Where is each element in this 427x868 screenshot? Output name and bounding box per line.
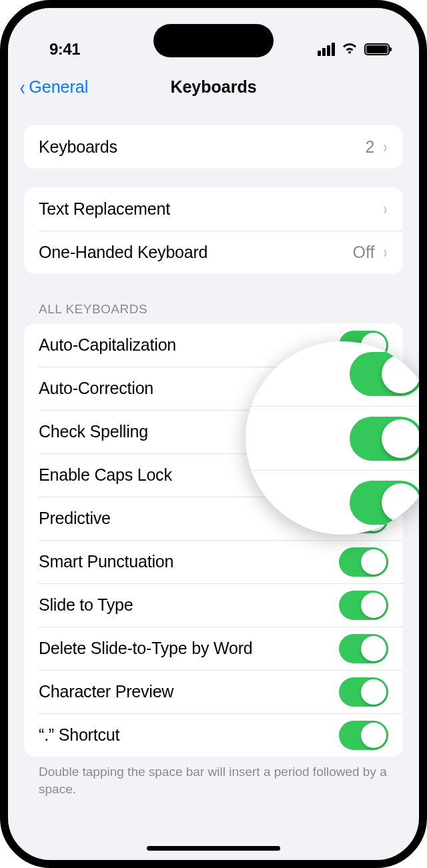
row-value: Off — [352, 243, 374, 262]
row-value: 2 — [365, 137, 374, 157]
row-text-replacement[interactable]: Text Replacement › — [24, 187, 403, 231]
row-slide-to-type: Slide to Type — [24, 583, 403, 627]
row-label: One-Handed Keyboard — [39, 243, 352, 262]
row-label: Slide to Type — [39, 595, 339, 615]
toggle-slide-to-type[interactable] — [339, 591, 388, 620]
chevron-left-icon: ‹ — [20, 74, 25, 100]
row-label: Auto-Capitalization — [39, 335, 339, 355]
chevron-right-icon: › — [384, 199, 388, 219]
chevron-right-icon: › — [384, 242, 388, 263]
toggle-smart-punctuation[interactable] — [339, 547, 388, 577]
row-label: Delete Slide-to-Type by Word — [39, 639, 339, 658]
row-keyboards-list[interactable]: Keyboards 2 › — [24, 125, 403, 169]
row-smart-punctuation: Smart Punctuation — [24, 540, 403, 583]
back-label: General — [29, 77, 88, 97]
row-label: Keyboards — [39, 137, 365, 157]
row-delete-slide-to-type-by-word: Delete Slide-to-Type by Word — [24, 627, 403, 670]
page-title: Keyboards — [170, 77, 256, 97]
magnifier-row — [246, 406, 419, 470]
row-label: Text Replacement — [39, 199, 382, 219]
group-footer-period-shortcut: Double tapping the space bar will insert… — [24, 757, 403, 797]
status-icons — [316, 40, 390, 59]
row-one-handed-keyboard[interactable]: One-Handed Keyboard Off › — [24, 231, 403, 274]
dynamic-island — [153, 24, 274, 57]
screen: 9:41 ‹ General Keyboards — [8, 8, 419, 860]
magnified-toggle-icon — [350, 417, 419, 461]
row-label: Character Preview — [39, 682, 339, 701]
group-keyboards: Keyboards 2 › — [24, 125, 403, 169]
toggle-delete-slide-to-type-by-word[interactable] — [339, 634, 388, 663]
battery-icon — [364, 43, 390, 55]
row-label: “.” Shortcut — [39, 725, 339, 745]
toggle-period-shortcut[interactable] — [339, 721, 388, 750]
iphone-frame: 9:41 ‹ General Keyboards — [0, 0, 427, 868]
back-button[interactable]: ‹ General — [19, 74, 88, 100]
status-time: 9:41 — [43, 40, 80, 59]
cellular-signal-icon — [316, 43, 335, 56]
group-header-all-keyboards: ALL KEYBOARDS — [24, 302, 403, 323]
wifi-icon — [341, 40, 358, 59]
home-indicator[interactable] — [147, 846, 280, 851]
group-text-options: Text Replacement › One-Handed Keyboard O… — [24, 187, 403, 274]
navigation-bar: ‹ General Keyboards — [8, 67, 419, 107]
chevron-right-icon: › — [384, 137, 388, 157]
toggle-character-preview[interactable] — [339, 677, 388, 707]
row-label: Smart Punctuation — [39, 552, 339, 571]
row-period-shortcut: “.” Shortcut — [24, 713, 403, 757]
row-character-preview: Character Preview — [24, 670, 403, 713]
